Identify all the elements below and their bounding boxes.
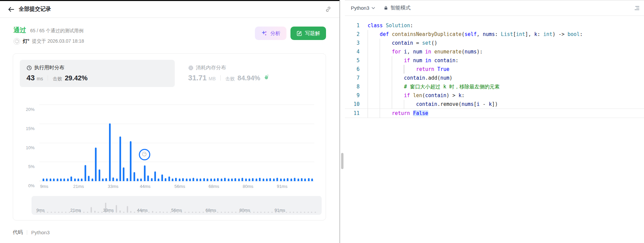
runtime-bar[interactable]: [245, 178, 247, 181]
scrollbar-thumb[interactable]: [341, 153, 343, 169]
runtime-bar[interactable]: [126, 178, 128, 181]
runtime-bar[interactable]: [249, 178, 250, 181]
runtime-bar[interactable]: [102, 178, 104, 181]
smart-mode-toggle[interactable]: 智能模式: [384, 5, 411, 11]
runtime-bar[interactable]: [231, 178, 233, 181]
runtime-bar[interactable]: [123, 167, 124, 181]
runtime-bar[interactable]: [207, 178, 208, 181]
runtime-bar[interactable]: [154, 171, 156, 181]
runtime-bar[interactable]: [301, 178, 303, 181]
runtime-bar[interactable]: [168, 176, 170, 181]
runtime-bar[interactable]: [70, 176, 72, 181]
runtime-bar[interactable]: [217, 178, 219, 181]
minimap-tick-label: 21ms: [70, 208, 81, 213]
runtime-bar[interactable]: [88, 176, 90, 181]
runtime-bar[interactable]: [294, 178, 296, 181]
runtime-bar[interactable]: [161, 174, 163, 181]
runtime-bar[interactable]: [85, 165, 86, 181]
runtime-bar[interactable]: [43, 178, 44, 181]
runtime-bar[interactable]: [269, 178, 271, 181]
code-editor[interactable]: 1class Solution:2def containsNearbyDupli…: [345, 16, 644, 118]
runtime-bar[interactable]: [203, 178, 205, 181]
runtime-bar[interactable]: [175, 178, 177, 181]
runtime-bar[interactable]: [179, 178, 180, 181]
runtime-bar[interactable]: [189, 178, 191, 181]
code-line: 1class Solution:: [345, 21, 644, 30]
user-position-marker: [139, 149, 150, 160]
runtime-bar[interactable]: [304, 178, 306, 181]
avatar[interactable]: [13, 38, 20, 45]
runtime-bar[interactable]: [133, 172, 135, 181]
runtime-bar[interactable]: [259, 178, 261, 181]
runtime-bar[interactable]: [130, 141, 131, 181]
runtime-bar[interactable]: [241, 178, 243, 181]
runtime-bar[interactable]: [81, 178, 83, 181]
runtime-bar[interactable]: [238, 178, 240, 181]
runtime-bar[interactable]: [50, 178, 51, 181]
chart-zoom-slider[interactable]: 9ms21ms33ms44ms56ms68ms80ms91ms: [32, 196, 322, 215]
analyze-button[interactable]: 分析: [255, 27, 286, 40]
runtime-bar[interactable]: [214, 178, 215, 181]
runtime-bar[interactable]: [263, 178, 264, 181]
user-runtime-bar[interactable]: [144, 165, 146, 181]
username[interactable]: 灯°: [23, 38, 30, 44]
runtime-bar[interactable]: [147, 175, 149, 181]
code-line: 11return False: [345, 109, 644, 118]
runtime-bar[interactable]: [112, 177, 114, 181]
runtime-bar[interactable]: [196, 178, 198, 181]
runtime-bar[interactable]: [280, 178, 282, 181]
runtime-bar[interactable]: [74, 178, 76, 181]
runtime-bar[interactable]: [228, 178, 229, 181]
runtime-bar[interactable]: [105, 178, 107, 181]
runtime-bar[interactable]: [60, 178, 62, 181]
runtime-bar[interactable]: [53, 178, 55, 181]
code-text: for i, num in enumerate(nums):: [368, 47, 483, 56]
runtime-bar[interactable]: [256, 178, 257, 181]
runtime-bar[interactable]: [252, 178, 254, 181]
runtime-bar[interactable]: [193, 178, 194, 181]
runtime-bar[interactable]: [137, 178, 139, 181]
runtime-bar[interactable]: [77, 178, 79, 181]
tab-memory-distribution[interactable]: 消耗内存分布 31.71 MB 击败 84.94%: [175, 60, 319, 87]
tab-runtime-distribution[interactable]: 执行用时分布 43 ms 击败 29.42%: [20, 60, 175, 87]
code-line: 8# 窗口大小超过 k 时，移除最左侧的元素: [345, 82, 644, 91]
runtime-bar[interactable]: [158, 178, 159, 181]
editor-menu-button[interactable]: [634, 6, 639, 10]
runtime-bar[interactable]: [200, 178, 201, 181]
runtime-bar[interactable]: [287, 178, 288, 181]
language-dropdown[interactable]: Python3: [351, 5, 375, 11]
runtime-bar[interactable]: [182, 178, 184, 181]
runtime-bar[interactable]: [308, 178, 310, 181]
write-solution-button[interactable]: 写题解: [290, 27, 326, 40]
runtime-bar[interactable]: [276, 178, 278, 181]
panel-divider[interactable]: [339, 0, 345, 243]
runtime-bar[interactable]: [151, 178, 153, 181]
runtime-bar[interactable]: [273, 178, 275, 181]
back-button[interactable]: [8, 7, 14, 12]
runtime-bar[interactable]: [95, 148, 97, 181]
runtime-bar[interactable]: [186, 178, 187, 181]
runtime-bar[interactable]: [119, 136, 121, 181]
runtime-bar[interactable]: [109, 123, 111, 181]
runtime-bar[interactable]: [99, 169, 100, 181]
runtime-bar[interactable]: [46, 178, 48, 181]
runtime-bar[interactable]: [140, 178, 142, 181]
runtime-bar[interactable]: [172, 178, 173, 181]
runtime-bar[interactable]: [224, 178, 226, 181]
runtime-bar[interactable]: [63, 178, 65, 181]
runtime-bar[interactable]: [67, 178, 69, 181]
runtime-bar[interactable]: [234, 178, 236, 181]
runtime-bar[interactable]: [57, 178, 58, 181]
runtime-bar[interactable]: [298, 178, 299, 181]
runtime-bar[interactable]: [221, 178, 222, 181]
runtime-bar[interactable]: [266, 178, 268, 181]
runtime-bar[interactable]: [116, 178, 118, 181]
runtime-bar[interactable]: [210, 178, 212, 181]
runtime-bar[interactable]: [290, 178, 292, 181]
runtime-bar[interactable]: [165, 178, 166, 181]
runtime-bar[interactable]: [92, 178, 93, 181]
runtime-bar[interactable]: [283, 178, 285, 181]
copy-link-button[interactable]: [325, 6, 331, 12]
runtime-bar[interactable]: [311, 178, 313, 181]
submit-time: 提交于 2026.03.07 18:18: [32, 38, 84, 44]
